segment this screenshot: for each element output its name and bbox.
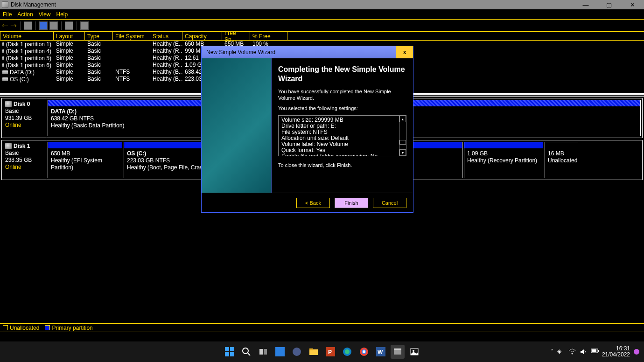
- col-capacity[interactable]: Capacity: [182, 32, 222, 40]
- app-icon-1[interactable]: [273, 345, 287, 359]
- svg-point-21: [571, 353, 573, 355]
- col-pctfree[interactable]: % Free: [250, 32, 287, 40]
- svg-rect-4: [275, 347, 285, 356]
- disk1-unallocated[interactable]: 16 MBUnallocated: [545, 142, 578, 178]
- powerpoint-icon[interactable]: P: [323, 345, 337, 359]
- menu-action[interactable]: Action: [17, 11, 33, 18]
- settings-line: Enable file and folder compression: No: [281, 153, 403, 156]
- toolbar-icon-5[interactable]: [80, 21, 89, 30]
- wizard-side-graphic: [202, 58, 272, 193]
- settings-scrollbar[interactable]: ▴ ▾: [399, 116, 406, 156]
- table-header-row: Volume Layout Type File System Status Ca…: [0, 32, 644, 41]
- legend-bar: Unallocated Primary partition: [0, 323, 644, 332]
- disk1-partition-efi[interactable]: 650 MBHealthy (EFI System Partition): [48, 142, 122, 178]
- wizard-heading: Completing the New Simple Volume Wizard: [278, 65, 406, 84]
- word-icon[interactable]: W: [374, 345, 388, 359]
- volume-icon[interactable]: [580, 348, 587, 355]
- new-volume-wizard-dialog: New Simple Volume Wizard x Completing th…: [201, 46, 413, 213]
- menu-help[interactable]: Help: [56, 11, 68, 18]
- col-free[interactable]: Free Sp...: [222, 32, 250, 40]
- wizard-text-2: You selected the following settings:: [278, 105, 406, 111]
- wizard-text-3: To close this wizard, click Finish.: [278, 162, 406, 168]
- chrome-icon[interactable]: [357, 345, 371, 359]
- taskview-icon[interactable]: [256, 345, 270, 359]
- col-status[interactable]: Status: [150, 32, 182, 40]
- svg-point-11: [345, 349, 350, 354]
- wifi-icon[interactable]: [568, 348, 576, 355]
- col-volume[interactable]: Volume: [0, 32, 54, 40]
- svg-line-1: [248, 353, 250, 355]
- finish-button[interactable]: Finish: [335, 198, 368, 208]
- svg-point-20: [413, 350, 414, 352]
- search-icon[interactable]: [239, 345, 253, 359]
- tray-chevron-icon[interactable]: ˄: [551, 348, 553, 355]
- start-button[interactable]: [223, 345, 237, 359]
- col-filesystem[interactable]: File System: [113, 32, 150, 40]
- minimize-button[interactable]: —: [574, 0, 597, 9]
- col-layout[interactable]: Layout: [54, 32, 85, 40]
- app-icon: [2, 1, 8, 8]
- legend-primary: Primary partition: [45, 325, 92, 331]
- wizard-text-1: You have successfully completed the New …: [278, 88, 406, 101]
- tray-notification-icon[interactable]: [634, 349, 639, 355]
- tray-icon-1[interactable]: ◈: [557, 348, 565, 355]
- scroll-up-icon[interactable]: ▴: [399, 116, 406, 122]
- wizard-settings-list[interactable]: Volume size: 299999 MBDrive letter or pa…: [278, 115, 406, 156]
- dialog-close-button[interactable]: x: [396, 46, 413, 58]
- svg-rect-2: [259, 349, 263, 355]
- svg-rect-3: [264, 349, 267, 355]
- tray-clock[interactable]: 16:31 21/04/2022: [602, 346, 630, 358]
- maximize-button[interactable]: ▢: [597, 0, 621, 9]
- disk0-info[interactable]: Disk 0 Basic 931.39 GB Online: [2, 98, 46, 138]
- disk-icon: [5, 101, 12, 107]
- photos-icon[interactable]: [407, 345, 421, 359]
- taskbar: P W ˄ ◈ 16:31 21/04/2022: [0, 341, 644, 362]
- disk1-info[interactable]: Disk 1 Basic 238.35 GB Online: [2, 140, 46, 180]
- window-titlebar: Disk Management — ▢ ✕: [0, 0, 644, 9]
- close-button[interactable]: ✕: [621, 0, 644, 9]
- svg-text:W: W: [378, 349, 383, 355]
- svg-rect-7: [309, 348, 313, 350]
- toolbar-icon-4[interactable]: [65, 21, 73, 30]
- col-type[interactable]: Type: [85, 32, 113, 40]
- help-icon[interactable]: [39, 21, 48, 30]
- disk-icon: [5, 143, 12, 149]
- toolbar-icon-3[interactable]: [49, 21, 58, 30]
- toolbar-icon-1[interactable]: [24, 21, 32, 30]
- file-explorer-icon[interactable]: [307, 345, 321, 359]
- svg-text:P: P: [328, 349, 332, 355]
- svg-rect-24: [592, 349, 596, 352]
- forward-icon[interactable]: 🡒: [10, 22, 17, 29]
- menu-view[interactable]: View: [39, 11, 51, 18]
- scroll-thumb[interactable]: [399, 140, 406, 145]
- toolbar: 🡐 🡒: [0, 20, 644, 32]
- svg-rect-17: [394, 350, 401, 355]
- menu-bar: File Action View Help: [0, 9, 644, 20]
- legend-unallocated: Unallocated: [3, 325, 39, 331]
- window-title: Disk Management: [11, 1, 56, 8]
- dialog-titlebar[interactable]: New Simple Volume Wizard x: [202, 46, 413, 58]
- cancel-button[interactable]: Cancel: [373, 198, 406, 208]
- back-button[interactable]: < Back: [296, 198, 330, 208]
- svg-rect-23: [598, 350, 599, 352]
- svg-point-0: [243, 348, 248, 354]
- disk1-partition-recovery[interactable]: 1.09 GBHealthy (Recovery Partition): [464, 142, 543, 178]
- app-icon-2[interactable]: [290, 345, 304, 359]
- edge-icon[interactable]: [340, 345, 354, 359]
- menu-file[interactable]: File: [3, 11, 12, 18]
- svg-point-5: [293, 348, 301, 356]
- battery-icon[interactable]: [591, 348, 598, 355]
- back-icon[interactable]: 🡐: [2, 22, 8, 29]
- svg-point-14: [363, 350, 365, 353]
- scroll-down-icon[interactable]: ▾: [399, 149, 406, 156]
- svg-rect-18: [394, 348, 401, 350]
- diskmgmt-taskbar-icon[interactable]: [391, 345, 405, 359]
